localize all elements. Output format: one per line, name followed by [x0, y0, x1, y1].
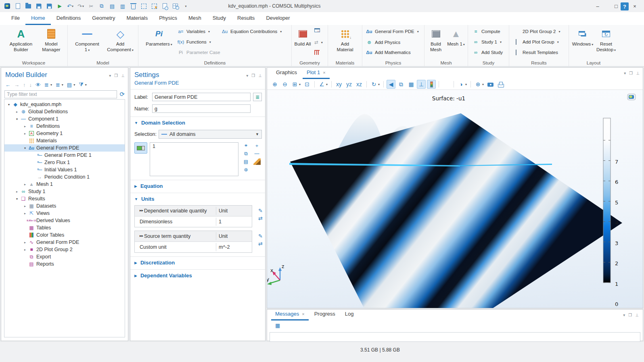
deselect-icon[interactable]	[150, 2, 158, 10]
expand-arrow-icon[interactable]: ▸	[14, 110, 20, 114]
float-panel-icon[interactable]: ❒	[629, 71, 633, 75]
view-lock-button[interactable]	[442, 80, 451, 89]
grid-button[interactable]: ▦	[407, 80, 416, 89]
axis-orientation-button[interactable]: ⊥	[417, 80, 426, 89]
tree-item-global-definitions[interactable]: ▸⊕Global Definitions	[4, 108, 125, 115]
model-manager-button[interactable]: Model Manager	[39, 27, 64, 53]
tree-item-derived-values[interactable]: 8.85e-12Derived Values	[4, 217, 125, 224]
add-physics-button[interactable]: ⊛ Add Physics	[366, 40, 400, 45]
transparency-button[interactable]: ⧉	[397, 80, 406, 89]
rename-note-icon[interactable]: ≣	[253, 93, 262, 101]
refresh-icon[interactable]: ⟳	[119, 91, 125, 98]
selection-dropdown[interactable]: All domains ▼	[159, 130, 262, 139]
menu-tab-home[interactable]: Home	[25, 12, 51, 25]
plot-area[interactable]: Surface: -u1	[267, 90, 643, 308]
run-icon[interactable]: ▶	[56, 2, 64, 10]
expand-arrow-icon[interactable]: ▸	[22, 125, 28, 128]
expand-arrow-icon[interactable]: ▸	[22, 183, 28, 186]
close-tab-icon[interactable]: ×	[302, 312, 304, 316]
collapse-arrow-icon[interactable]: ▾	[14, 197, 20, 201]
tree-item-kdv-equation-mph[interactable]: ▾◆kdv_equation.mph	[4, 101, 125, 108]
component-1-button[interactable]: Component 1▾	[73, 27, 102, 53]
graphics-tab-plot-1[interactable]: Plot 1×	[303, 68, 330, 79]
copy-icon[interactable]: ⧉	[98, 2, 106, 10]
color-theme-button[interactable]: ◑▾	[457, 80, 468, 89]
create-selection-icon[interactable]: ⚭	[243, 142, 250, 149]
add-mathematics-button[interactable]: Δu Add Mathematics	[366, 50, 411, 55]
parameter-case-button[interactable]: Pi Parameter Case	[177, 50, 220, 55]
section-domain-selection[interactable]: ▼ Domain Selection	[130, 117, 265, 126]
float-panel-icon[interactable]: ❒	[251, 73, 255, 78]
tree-item-mesh-1[interactable]: ▸▲Mesh 1	[4, 181, 125, 188]
expand-arrow-icon[interactable]: ▸	[14, 190, 20, 193]
reset-desktop-button[interactable]: ↻ Reset Desktop▾	[595, 27, 617, 53]
panel-menu-icon[interactable]: ▾	[246, 73, 248, 78]
unit-edit-cell[interactable]: m^-2	[216, 243, 249, 251]
tree-item-component-1[interactable]: ▾—Component 1	[4, 115, 125, 123]
close-tab-icon[interactable]: ×	[323, 70, 325, 75]
tree-item-results[interactable]: ▾❑Results	[4, 195, 125, 202]
tree-item-general-form-pde-1[interactable]: ᴰ—General Form PDE 1	[4, 152, 125, 159]
panel-menu-icon[interactable]: ▾	[624, 71, 626, 75]
tree-item-reports[interactable]: ▤Reports	[4, 260, 125, 268]
model-tree-nodes-icon[interactable]: ▤	[67, 82, 72, 88]
expand-arrow-icon[interactable]: ▸	[22, 241, 28, 244]
float-panel-icon[interactable]: ❒	[114, 73, 118, 78]
compute-button[interactable]: = Compute	[472, 29, 500, 34]
expand-arrow-icon[interactable]: ▸	[22, 204, 28, 208]
tree-item-views[interactable]: ▸⇱Views	[4, 210, 125, 217]
pin-panel-icon[interactable]: ⊥	[636, 71, 640, 75]
zoom-in-button[interactable]: ⊕	[270, 80, 279, 89]
tree-item-study-1[interactable]: ▸∞Study 1	[4, 188, 125, 195]
messages-output[interactable]	[270, 332, 640, 342]
equation-contributions-button[interactable]: Δu Equation Contributions▾	[221, 29, 282, 34]
table-cell[interactable]: 1	[216, 218, 249, 226]
expand-icon[interactable]: ≣	[56, 82, 60, 88]
build-all-button[interactable]: Build All	[293, 27, 312, 47]
paste-selection-icon[interactable]: ▤	[243, 158, 250, 165]
study-1-button[interactable]: ∞ Study 1▾	[472, 40, 502, 44]
collapse-arrow-icon[interactable]: ▾	[22, 146, 28, 150]
tree-item-initial-values-1[interactable]: ᴰ—Initial Values 1	[4, 166, 125, 173]
zoom-to-selection-icon[interactable]: ⊕	[243, 166, 250, 173]
cut-icon[interactable]: ✂	[87, 2, 95, 10]
menu-tab-geometry[interactable]: Geometry	[86, 12, 121, 25]
menu-tab-physics[interactable]: Physics	[153, 12, 183, 25]
expand-arrow-icon[interactable]: ▸	[22, 212, 28, 215]
active-toggle-button[interactable]	[134, 142, 147, 154]
delete-icon[interactable]	[129, 2, 137, 10]
section-units[interactable]: ▼ Units	[130, 193, 265, 202]
variables-button[interactable]: a= Variables▾	[177, 29, 210, 34]
select-box-icon[interactable]	[140, 2, 148, 10]
scene-light-button[interactable]: ◀	[387, 80, 395, 89]
edit-quantity-icon[interactable]: ✎	[258, 208, 263, 214]
plot-group-button[interactable]: 2D Plot Group 2▾	[513, 29, 560, 34]
name-field[interactable]	[152, 104, 251, 113]
find-icon[interactable]	[161, 2, 169, 10]
messages-tab-messages[interactable]: Messages×	[271, 309, 309, 320]
view-xy-button[interactable]: xy	[335, 80, 343, 89]
tree-item-datasets[interactable]: ▸▦Datasets	[4, 202, 125, 210]
label-field[interactable]	[152, 93, 251, 101]
open-messages-table-icon[interactable]: ▦	[275, 322, 280, 329]
customize-toolbar-icon[interactable]: ▾	[182, 2, 190, 10]
update-button[interactable]: ⊛▾	[474, 80, 485, 89]
menu-tab-developer[interactable]: Developer	[260, 12, 295, 25]
tree-item-zero-flux-1[interactable]: ᴰ—Zero Flux 1	[4, 159, 125, 166]
pin-panel-icon[interactable]: ⊥	[258, 73, 262, 78]
view-xz-button[interactable]: xz	[355, 80, 364, 89]
add-component-button[interactable]: ◇ Add Component▾	[105, 27, 136, 53]
menu-tab-study[interactable]: Study	[207, 12, 232, 25]
duplicate-icon[interactable]: ▥	[119, 2, 127, 10]
table-cell[interactable]: Custom unit	[137, 243, 216, 251]
zoom-out-button[interactable]: ⊖	[280, 80, 289, 89]
collapse-arrow-icon[interactable]: ▾	[14, 117, 20, 121]
partition-button[interactable]	[314, 50, 320, 55]
help-button[interactable]: ?	[621, 2, 629, 10]
float-panel-icon[interactable]: ❒	[628, 313, 632, 317]
undo-icon[interactable]: ↶▾	[66, 2, 74, 10]
tree-filter-input[interactable]	[4, 90, 117, 98]
minimize-button[interactable]: –	[588, 0, 607, 12]
rotate-button[interactable]: ↻▾	[370, 80, 381, 89]
panel-menu-icon[interactable]: ▾	[109, 73, 111, 78]
